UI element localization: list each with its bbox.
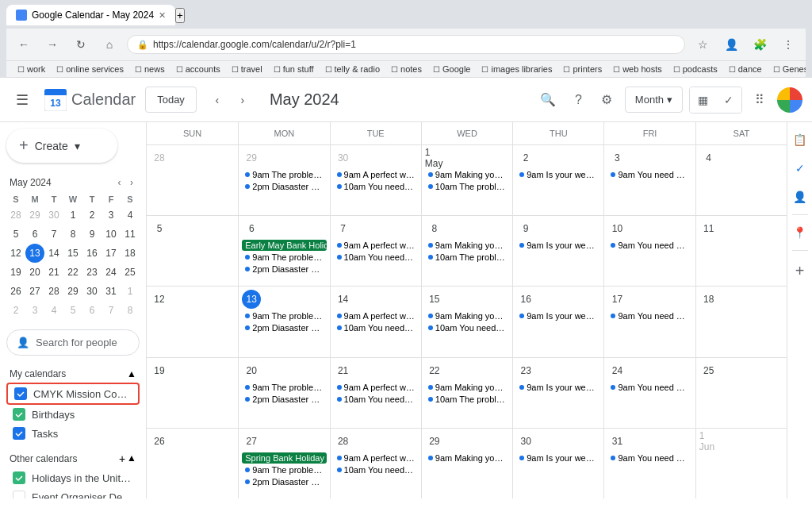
mini-cal-day[interactable]: 22	[63, 263, 82, 282]
mini-cal-day[interactable]: 1	[121, 282, 140, 301]
day-cell[interactable]: 26	[147, 429, 238, 498]
maps-icon[interactable]: 📍	[788, 221, 811, 244]
event[interactable]: 9am You need a comm	[607, 452, 691, 464]
event[interactable]: 9am The problem with P	[242, 169, 326, 180]
mini-cal-day[interactable]: 4	[44, 301, 63, 320]
event[interactable]: 9am Is your website a fr	[516, 382, 600, 393]
day-cell[interactable]: 239am Is your website a fr	[512, 358, 603, 428]
event[interactable]: 9am A perfect website t	[334, 240, 418, 251]
mini-cal-day[interactable]: 16	[82, 244, 102, 263]
day-cell[interactable]: 99am Is your website a fr	[512, 216, 603, 286]
mini-cal-day[interactable]: 7	[44, 225, 63, 244]
apps-btn[interactable]: ⠿	[749, 86, 771, 114]
event[interactable]: 10am You need a comm	[425, 322, 509, 333]
new-tab-btn[interactable]: +	[175, 8, 185, 23]
reload-btn[interactable]: ↻	[70, 33, 92, 56]
day-cell[interactable]: 299am The problem with P2pm Diasaster Ma…	[238, 145, 329, 215]
day-cell[interactable]: 319am You need a comm	[603, 429, 695, 498]
today-btn[interactable]: Today	[145, 87, 197, 113]
view-dropdown[interactable]: Month ▾	[625, 87, 683, 113]
mini-cal-day[interactable]: 15	[63, 244, 82, 263]
mini-cal-day[interactable]: 1	[63, 206, 82, 225]
calendar-cmyk[interactable]: CMYK Mission Control	[6, 383, 140, 405]
mini-cal-day[interactable]: 29	[63, 282, 82, 301]
my-calendars-header[interactable]: My calendars ▲	[6, 365, 140, 383]
day-cell[interactable]: 89am Making your websi10am The problem w…	[421, 216, 512, 286]
mini-cal-day[interactable]: 9	[82, 225, 102, 244]
avatar[interactable]	[777, 87, 802, 113]
mini-cal-day[interactable]: 30	[44, 206, 63, 225]
day-cell[interactable]: 39am You need a comm	[603, 145, 695, 215]
event[interactable]: 9am Making your websi	[425, 169, 509, 180]
day-cell[interactable]: 1 May9am Making your websi10am The probl…	[421, 145, 512, 215]
mini-cal-day[interactable]: 11	[121, 225, 140, 244]
tab-close-btn[interactable]: ✕	[159, 10, 166, 21]
day-cell[interactable]: 5	[147, 216, 238, 286]
bookmark-news[interactable]: news	[130, 63, 170, 75]
day-cell[interactable]: 309am A perfect website t10am You need a…	[330, 145, 421, 215]
mini-cal-day[interactable]: 14	[44, 244, 63, 263]
mini-cal-day[interactable]: 5	[63, 301, 82, 320]
mini-cal-day[interactable]: 19	[6, 263, 25, 282]
mini-cal-day[interactable]: 31	[102, 282, 121, 301]
home-btn[interactable]: ⌂	[98, 33, 121, 56]
check-view-btn[interactable]: ✓	[716, 87, 741, 113]
forward-btn[interactable]: →	[41, 33, 63, 56]
mini-cal-day[interactable]: 17	[102, 244, 121, 263]
mini-cal-day[interactable]: 12	[6, 244, 25, 263]
mini-cal-day[interactable]: 6	[25, 225, 44, 244]
search-people-btn[interactable]: 👤 Search for people	[6, 329, 140, 356]
other-calendars-header[interactable]: Other calendars + ▲	[6, 449, 140, 468]
bookmark-work[interactable]: work	[13, 63, 50, 75]
event[interactable]: 9am Making your websi	[425, 382, 509, 393]
hamburger-btn[interactable]: ☰	[10, 85, 35, 115]
day-cell[interactable]: 11	[695, 216, 787, 286]
event[interactable]: 9am Making your websi	[425, 310, 509, 321]
day-cell[interactable]: 79am A perfect website t10am You need a …	[330, 216, 421, 286]
event[interactable]: 2pm Diasaster Manage...	[242, 394, 326, 405]
event[interactable]: 9am A perfect website t	[334, 310, 418, 321]
mini-cal-day[interactable]: 30	[82, 282, 102, 301]
mini-cal-day[interactable]: 4	[121, 206, 140, 225]
bookmark-podcasts[interactable]: podcasts	[668, 63, 722, 75]
bookmark-accounts[interactable]: accounts	[171, 63, 225, 75]
day-cell[interactable]: 4	[695, 145, 787, 215]
mini-cal-next-btn[interactable]: ›	[127, 175, 136, 190]
menu-btn[interactable]: ⋮	[777, 33, 799, 56]
event[interactable]: 9am A perfect website t	[334, 382, 418, 393]
event[interactable]: 9am A perfect website t	[334, 452, 418, 464]
mini-cal-day[interactable]: 2	[6, 301, 25, 320]
event[interactable]: 9am Making your websi	[425, 240, 509, 251]
day-cell[interactable]: 289am A perfect website t10am You need a…	[330, 429, 421, 498]
day-cell[interactable]: 299am Making your websi	[421, 429, 512, 498]
event[interactable]: 9am Making your websi	[425, 452, 509, 464]
search-btn[interactable]: 🔍	[534, 86, 562, 114]
mini-cal-day[interactable]: 8	[121, 301, 140, 320]
profile-btn[interactable]: 👤	[720, 33, 742, 56]
event[interactable]: 10am The problem with	[425, 181, 509, 192]
event[interactable]: 9am You need a comm	[607, 169, 691, 180]
event[interactable]: 9am Is your website a fr	[516, 169, 600, 180]
event[interactable]: 9am Is your website a fr	[516, 452, 600, 464]
event[interactable]: 10am You need a comm	[334, 181, 418, 192]
event[interactable]: 9am You need a comm	[607, 382, 691, 393]
grid-view-btn[interactable]: ▦	[690, 87, 716, 113]
event[interactable]: 2pm Diasaster Manage...	[242, 322, 326, 333]
contacts-icon[interactable]: 👤	[788, 186, 811, 208]
mini-cal-day[interactable]: 28	[44, 282, 63, 301]
bookmark-online[interactable]: online services	[52, 63, 128, 75]
event[interactable]: 10am You need a comm	[334, 252, 418, 263]
day-cell[interactable]: 27Spring Bank Holiday9am The problem wit…	[238, 429, 329, 498]
mini-cal-day[interactable]: 24	[102, 263, 121, 282]
day-cell[interactable]: 29am Is your website a fr	[512, 145, 603, 215]
day-cell[interactable]: 6Early May Bank Holiday9am The problem w…	[238, 216, 329, 286]
tasks-icon[interactable]: ✓	[791, 157, 810, 179]
event[interactable]: 9am You need a comm	[607, 310, 691, 321]
mini-cal-day[interactable]: 23	[82, 263, 102, 282]
bookmark-images[interactable]: images libraries	[477, 63, 557, 75]
calendar-holidays[interactable]: Holidays in the United Ki...	[6, 468, 140, 487]
event[interactable]: 10am You need a comm	[334, 394, 418, 405]
back-btn[interactable]: ←	[13, 33, 35, 56]
mini-cal-prev-btn[interactable]: ‹	[114, 175, 124, 190]
day-cell[interactable]: 139am The problem with P2pm Diasaster Ma…	[238, 287, 329, 356]
